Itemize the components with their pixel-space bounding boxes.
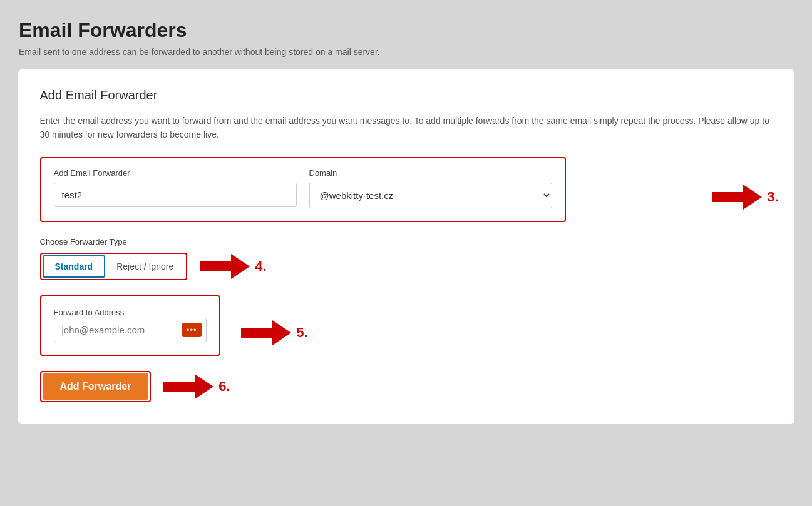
step-5-label: 5.: [296, 325, 307, 341]
page-subtitle: Email sent to one address can be forward…: [19, 47, 793, 57]
forwarder-name-label: Add Email Forwarder: [54, 168, 297, 178]
card-description: Enter the email address you want to forw…: [40, 114, 773, 142]
forwarder-type-label: Choose Forwarder Type: [40, 237, 773, 246]
dots-icon: •••: [187, 325, 197, 335]
arrow-3-icon: [712, 183, 762, 211]
add-forwarder-button[interactable]: Add Forwarder: [43, 373, 149, 400]
domain-group: Domain @webkitty-test.cz: [309, 168, 552, 208]
arrow-6-icon: [163, 373, 213, 400]
domain-label: Domain: [309, 168, 552, 178]
domain-select[interactable]: @webkitty-test.cz: [309, 183, 552, 208]
step-3-label: 3.: [767, 189, 778, 205]
forward-address-label: Forward to Address: [54, 308, 125, 317]
step-4-label: 4.: [255, 258, 266, 275]
arrow-6-group: 6.: [163, 373, 230, 400]
forward-address-section: Forward to Address •••: [40, 295, 220, 356]
svg-marker-3: [163, 374, 213, 399]
forward-address-input-wrapper: •••: [54, 318, 207, 342]
type-btn-wrapper: Standard Reject / Ignore: [40, 253, 188, 280]
add-forwarder-row: Add Forwarder 6.: [40, 371, 773, 402]
card-title: Add Email Forwarder: [40, 88, 773, 103]
forwarder-name-group: Add Email Forwarder: [54, 168, 297, 207]
forwarder-type-row: Standard Reject / Ignore 4.: [40, 253, 773, 280]
add-forwarder-wrapper: Add Forwarder: [40, 371, 152, 402]
svg-marker-2: [241, 320, 291, 345]
step-6-label: 6.: [218, 378, 230, 395]
address-picker-button[interactable]: •••: [182, 323, 202, 337]
reject-ignore-button[interactable]: Reject / Ignore: [105, 255, 185, 278]
main-card: Add Email Forwarder Enter the email addr…: [18, 69, 794, 424]
standard-button[interactable]: Standard: [43, 255, 106, 278]
forwarder-name-input[interactable]: [54, 183, 297, 207]
forwarder-inputs-section: Add Email Forwarder Domain @webkitty-tes…: [40, 157, 566, 222]
page-title: Email Forwarders: [19, 19, 793, 42]
forwarder-type-section: Choose Forwarder Type Standard Reject / …: [40, 237, 773, 280]
svg-marker-0: [712, 185, 762, 210]
arrow-5-icon: [241, 319, 291, 347]
arrow-4-group: 4.: [200, 253, 266, 280]
arrow-4-icon: [200, 253, 250, 280]
svg-marker-1: [200, 254, 250, 279]
